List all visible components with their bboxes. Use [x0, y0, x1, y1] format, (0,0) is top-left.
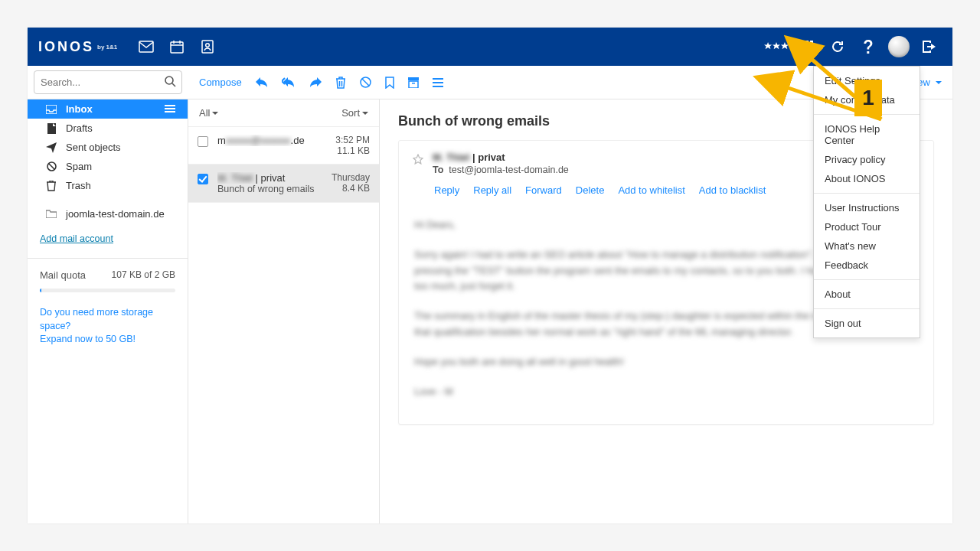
compose-button[interactable]: Compose — [199, 77, 242, 88]
quota-title: Mail quota — [40, 269, 86, 281]
svg-rect-10 — [801, 50, 804, 53]
action-whitelist[interactable]: Add to whitelist — [618, 184, 684, 196]
menu-sign-out[interactable]: Sign out — [814, 314, 920, 333]
quota-usage: 107 KB of 2 GB — [112, 269, 175, 281]
menu-feedback[interactable]: Feedback — [814, 256, 920, 275]
add-mail-account-link[interactable]: Add mail account — [40, 233, 113, 244]
folder-label: joomla-test-domain.de — [66, 208, 165, 220]
menu-about[interactable]: About — [814, 285, 920, 304]
svg-rect-8 — [805, 45, 808, 48]
sidebar-item-sent[interactable]: Sent objects — [28, 138, 188, 157]
sidebar-item-drafts[interactable]: Drafts — [28, 119, 188, 138]
svg-rect-6 — [810, 41, 813, 44]
message-to: To test@joomla-test-domain.de — [433, 165, 864, 175]
svg-rect-18 — [47, 123, 56, 134]
folder-label: Trash — [66, 180, 91, 191]
folder-icon — [46, 210, 57, 218]
svg-rect-11 — [805, 50, 808, 53]
action-delete[interactable]: Delete — [576, 184, 605, 196]
refresh-icon[interactable] — [825, 34, 850, 59]
action-forward[interactable]: Forward — [525, 184, 562, 196]
row-time: 3:52 PM — [335, 135, 370, 145]
sidebar-item-inbox[interactable]: Inbox — [28, 99, 188, 119]
menu-help-center[interactable]: IONOS Help Center — [814, 119, 920, 150]
brand-logo: IONOS by 1&1 — [38, 39, 117, 55]
search-input[interactable] — [34, 70, 182, 94]
bookmark-icon[interactable] — [385, 77, 394, 89]
sidebar-item-trash[interactable]: Trash — [28, 176, 188, 195]
list-sort[interactable]: Sort — [341, 107, 368, 119]
svg-rect-17 — [412, 83, 415, 84]
sidebar: Inbox Drafts Sent objects Spam — [28, 99, 188, 523]
menu-about-ionos[interactable]: About IONOS — [814, 169, 920, 188]
folder-label: Sent objects — [66, 142, 121, 153]
svg-rect-0 — [139, 41, 153, 52]
search-icon[interactable] — [165, 76, 176, 90]
calendar-icon[interactable] — [165, 34, 189, 59]
app-window: IONOS by 1&1 — [28, 28, 952, 523]
row-time: Thursday — [332, 172, 370, 183]
forward-icon[interactable] — [309, 77, 322, 88]
avatar-button[interactable] — [887, 34, 911, 59]
message-list: All Sort mxxxxx@xxxxxx.de 3:52 PM 11.1 K… — [188, 99, 380, 523]
message-row[interactable]: M. Thiel | privat Bunch of wrong emails … — [188, 165, 379, 203]
reply-all-icon[interactable] — [282, 77, 296, 88]
action-reply-all[interactable]: Reply all — [473, 184, 511, 196]
stars-icon[interactable] — [764, 34, 789, 59]
folder-label: Inbox — [66, 103, 93, 115]
mail-icon[interactable] — [134, 34, 158, 59]
file-icon — [46, 123, 57, 134]
ban-icon — [46, 161, 57, 171]
callout-number: 1 — [854, 80, 882, 116]
svg-rect-5 — [805, 41, 808, 44]
inbox-icon — [46, 105, 57, 114]
svg-rect-9 — [810, 45, 813, 48]
brand-byline: by 1&1 — [97, 44, 117, 51]
archive-icon[interactable] — [408, 77, 419, 88]
reply-icon[interactable] — [256, 77, 268, 88]
help-icon[interactable] — [856, 34, 880, 59]
star-icon[interactable] — [413, 154, 423, 167]
menu-user-instructions[interactable]: User Instructions — [814, 198, 920, 217]
spam-icon[interactable] — [360, 77, 371, 88]
apps-grid-icon[interactable] — [795, 34, 819, 59]
delete-icon[interactable] — [335, 77, 346, 89]
message-row[interactable]: mxxxxx@xxxxxx.de 3:52 PM 11.1 KB — [188, 127, 379, 165]
search-box — [34, 70, 182, 94]
svg-rect-4 — [801, 41, 804, 44]
logout-icon[interactable] — [917, 34, 942, 59]
svg-rect-16 — [409, 81, 418, 88]
list-filter[interactable]: All — [199, 107, 218, 119]
menu-product-tour[interactable]: Product Tour — [814, 217, 920, 236]
more-icon[interactable] — [433, 78, 443, 87]
folder-label: Drafts — [66, 122, 93, 134]
row-from: mxxxxx@xxxxxx.de — [217, 135, 326, 146]
message-sender: M. Thiel | privat — [433, 152, 864, 163]
menu-whats-new[interactable]: What's new — [814, 236, 920, 256]
quota-upsell-link[interactable]: Do you need more storage space? Expand n… — [40, 306, 175, 347]
topbar: IONOS by 1&1 — [28, 28, 952, 66]
brand-name: IONOS — [38, 39, 94, 55]
mail-quota: Mail quota 107 KB of 2 GB Do you need mo… — [28, 258, 188, 357]
row-checkbox[interactable] — [198, 174, 208, 184]
svg-rect-12 — [810, 50, 813, 53]
trash-icon — [46, 181, 57, 191]
sidebar-item-account-folder[interactable]: joomla-test-domain.de — [28, 204, 188, 223]
folder-menu-icon[interactable] — [165, 103, 175, 115]
quota-bar — [40, 289, 175, 292]
action-blacklist[interactable]: Add to blacklist — [699, 184, 766, 196]
row-subject: Bunch of wrong emails — [217, 184, 322, 194]
sidebar-item-spam[interactable]: Spam — [28, 157, 188, 176]
plane-icon — [46, 142, 57, 153]
row-from: M. Thiel | privat — [217, 172, 322, 184]
svg-point-13 — [165, 77, 173, 84]
svg-rect-1 — [171, 42, 183, 53]
svg-point-3 — [206, 44, 210, 47]
svg-rect-15 — [408, 77, 419, 80]
contacts-icon[interactable] — [195, 34, 220, 59]
svg-rect-7 — [801, 45, 804, 48]
row-checkbox[interactable] — [198, 136, 208, 147]
menu-privacy[interactable]: Privacy policy — [814, 150, 920, 169]
row-size: 8.4 KB — [332, 183, 370, 194]
action-reply[interactable]: Reply — [434, 184, 459, 196]
